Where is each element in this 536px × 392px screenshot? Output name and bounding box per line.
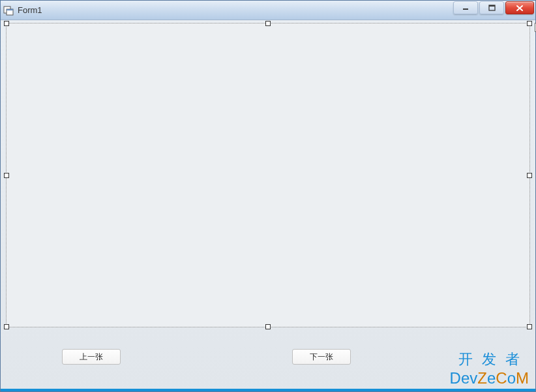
minimize-icon bbox=[462, 5, 469, 11]
resize-handle-bottom-middle[interactable] bbox=[265, 324, 271, 329]
next-button-label: 下一张 bbox=[310, 352, 333, 363]
resize-handle-bottom-right[interactable] bbox=[527, 324, 532, 329]
resize-handle-top-right[interactable] bbox=[527, 21, 532, 26]
maximize-button[interactable] bbox=[479, 1, 504, 14]
svg-rect-3 bbox=[463, 8, 468, 10]
maximize-icon bbox=[488, 5, 496, 11]
form-icon bbox=[3, 5, 14, 16]
resize-handle-bottom-left[interactable] bbox=[4, 324, 9, 329]
resize-handle-top-left[interactable] bbox=[4, 21, 9, 26]
prev-button[interactable]: 上一张 bbox=[62, 349, 121, 365]
next-button[interactable]: 下一张 bbox=[292, 349, 351, 365]
minimize-button[interactable] bbox=[453, 1, 478, 14]
selected-picturebox[interactable] bbox=[6, 23, 530, 327]
prev-button-label: 上一张 bbox=[80, 352, 103, 363]
resize-handle-top-middle[interactable] bbox=[265, 21, 271, 26]
bottom-accent-bar bbox=[1, 389, 535, 391]
close-button[interactable] bbox=[505, 1, 534, 14]
watermark: 开发者 DevZeCoM bbox=[450, 350, 529, 387]
close-x-icon bbox=[516, 5, 524, 12]
svg-rect-4 bbox=[489, 5, 495, 10]
window-title: Form1 bbox=[18, 5, 42, 15]
form-window: Form1 bbox=[0, 0, 536, 392]
titlebar[interactable]: Form1 bbox=[1, 1, 535, 20]
svg-rect-2 bbox=[7, 9, 13, 10]
form-client-area[interactable]: 上一张 下一张 开发者 DevZeCoM bbox=[1, 20, 535, 391]
watermark-line2: DevZeCoM bbox=[450, 369, 529, 387]
svg-rect-5 bbox=[489, 5, 495, 7]
window-controls bbox=[452, 1, 534, 14]
watermark-line1: 开发者 bbox=[450, 350, 529, 369]
resize-handle-middle-left[interactable] bbox=[4, 173, 9, 178]
resize-handle-middle-right[interactable] bbox=[527, 173, 532, 178]
